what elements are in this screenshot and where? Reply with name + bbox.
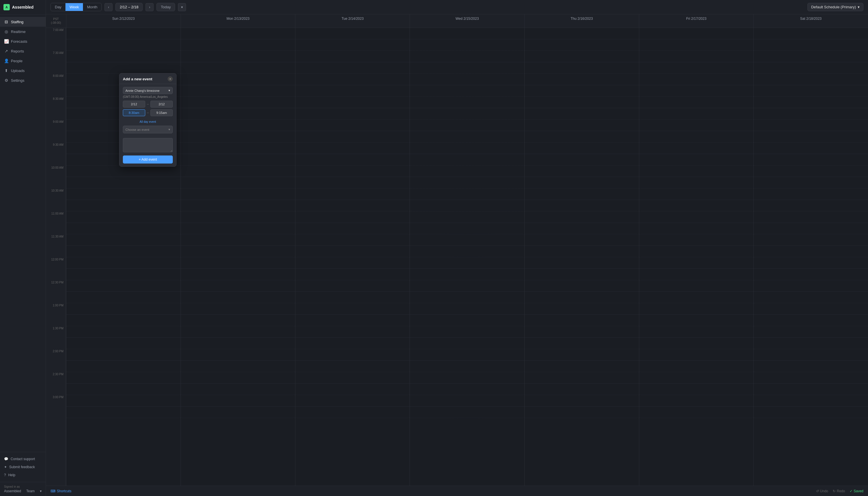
calendar-slot[interactable] xyxy=(639,120,753,131)
calendar-slot[interactable] xyxy=(410,303,524,315)
calendar-slot[interactable] xyxy=(754,223,868,234)
calendar-slot[interactable] xyxy=(181,120,295,131)
calendar-slot[interactable] xyxy=(295,120,410,131)
calendar-slot[interactable] xyxy=(295,74,410,85)
calendar-slot[interactable] xyxy=(754,234,868,246)
calendar-slot[interactable] xyxy=(181,395,295,406)
calendar-slot[interactable] xyxy=(754,212,868,223)
calendar-slot[interactable] xyxy=(295,326,410,338)
calendar-slot[interactable] xyxy=(295,97,410,108)
calendar-slot[interactable] xyxy=(525,154,639,166)
calendar-slot[interactable] xyxy=(525,28,639,39)
calendar-slot[interactable] xyxy=(639,131,753,143)
calendar-slot[interactable] xyxy=(181,143,295,154)
calendar-slot[interactable] xyxy=(410,234,524,246)
calendar-slot[interactable] xyxy=(754,51,868,62)
day-col-fri[interactable] xyxy=(639,28,753,486)
submit-feedback-link[interactable]: ✦ Submit feedback xyxy=(0,463,46,471)
calendar-slot[interactable] xyxy=(66,303,181,315)
calendar-slot[interactable] xyxy=(295,200,410,212)
calendar-slot[interactable] xyxy=(295,166,410,177)
calendar-slot[interactable] xyxy=(525,212,639,223)
calendar-slot[interactable] xyxy=(410,108,524,120)
calendar-slot[interactable] xyxy=(754,154,868,166)
date-range-display[interactable]: 2/12 – 2/18 xyxy=(116,3,143,11)
calendar-slot[interactable] xyxy=(295,154,410,166)
calendar-slot[interactable] xyxy=(66,384,181,395)
calendar-slot[interactable] xyxy=(295,28,410,39)
calendar-slot[interactable] xyxy=(639,28,753,39)
calendar-slot[interactable] xyxy=(181,234,295,246)
redo-button[interactable]: ↻ Redo xyxy=(833,489,845,493)
calendar-slot[interactable] xyxy=(295,223,410,234)
calendar-slot[interactable] xyxy=(410,280,524,292)
calendar-slot[interactable] xyxy=(181,51,295,62)
calendar-slot[interactable] xyxy=(525,143,639,154)
calendar-slot[interactable] xyxy=(525,257,639,269)
calendar-slot[interactable] xyxy=(754,143,868,154)
event-type-dropdown[interactable]: Choose an event ▾ xyxy=(123,126,173,134)
calendar-slot[interactable] xyxy=(525,292,639,303)
calendar-slot[interactable] xyxy=(754,384,868,395)
calendar-slot[interactable] xyxy=(639,315,753,326)
calendar-slot[interactable] xyxy=(754,120,868,131)
calendar-slot[interactable] xyxy=(754,97,868,108)
calendar-slot[interactable] xyxy=(181,212,295,223)
calendar-slot[interactable] xyxy=(639,143,753,154)
calendar-slot[interactable] xyxy=(525,246,639,257)
calendar-slot[interactable] xyxy=(639,212,753,223)
calendar-slot[interactable] xyxy=(181,200,295,212)
calendar-slot[interactable] xyxy=(525,51,639,62)
calendar-slot[interactable] xyxy=(410,406,524,418)
calendar-slot[interactable] xyxy=(754,131,868,143)
calendar-slot[interactable] xyxy=(410,395,524,406)
help-link[interactable]: ? Help xyxy=(0,471,46,479)
sidebar-item-people[interactable]: 👤 People xyxy=(0,56,46,66)
calendar-slot[interactable] xyxy=(754,166,868,177)
calendar-slot[interactable] xyxy=(754,177,868,188)
calendar-slot[interactable] xyxy=(295,51,410,62)
calendar-slot[interactable] xyxy=(410,85,524,97)
calendar-slot[interactable] xyxy=(66,395,181,406)
calendar-slot[interactable] xyxy=(639,406,753,418)
calendar-slot[interactable] xyxy=(295,395,410,406)
calendar-slot[interactable] xyxy=(410,120,524,131)
week-view-button[interactable]: Week xyxy=(65,3,83,11)
calendar-slot[interactable] xyxy=(295,338,410,349)
calendar-slot[interactable] xyxy=(181,166,295,177)
calendar-slot[interactable] xyxy=(295,303,410,315)
end-date-input[interactable]: 2/12 xyxy=(150,101,173,108)
calendar-slot[interactable] xyxy=(181,406,295,418)
calendar-slot[interactable] xyxy=(754,108,868,120)
calendar-slot[interactable] xyxy=(295,372,410,384)
calendar-slot[interactable] xyxy=(66,361,181,372)
calendar-slot[interactable] xyxy=(639,395,753,406)
calendar-slot[interactable] xyxy=(295,188,410,200)
calendar-slot[interactable] xyxy=(754,74,868,85)
day-col-wed[interactable] xyxy=(410,28,524,486)
calendar-slot[interactable] xyxy=(410,372,524,384)
calendar-slot[interactable] xyxy=(295,62,410,74)
calendar-slot[interactable] xyxy=(410,338,524,349)
calendar-slot[interactable] xyxy=(754,39,868,51)
calendar-slot[interactable] xyxy=(410,292,524,303)
calendar-slot[interactable] xyxy=(525,338,639,349)
calendar-slot[interactable] xyxy=(410,74,524,85)
calendar-slot[interactable] xyxy=(525,384,639,395)
sidebar-item-staffing[interactable]: ⊟ Staffing xyxy=(0,17,46,27)
calendar-slot[interactable] xyxy=(66,212,181,223)
calendar-slot[interactable] xyxy=(295,39,410,51)
calendar-slot[interactable] xyxy=(525,395,639,406)
calendar-slot[interactable] xyxy=(410,188,524,200)
calendar-slot[interactable] xyxy=(295,292,410,303)
calendar-slot[interactable] xyxy=(639,338,753,349)
calendar-slot[interactable] xyxy=(525,269,639,280)
calendar-slot[interactable] xyxy=(639,166,753,177)
calendar-slot[interactable] xyxy=(181,257,295,269)
calendar-slot[interactable] xyxy=(181,108,295,120)
calendar-slot[interactable] xyxy=(410,51,524,62)
calendar-slot[interactable] xyxy=(525,108,639,120)
calendar-slot[interactable] xyxy=(410,326,524,338)
calendar-slot[interactable] xyxy=(410,200,524,212)
calendar-slot[interactable] xyxy=(66,166,181,177)
